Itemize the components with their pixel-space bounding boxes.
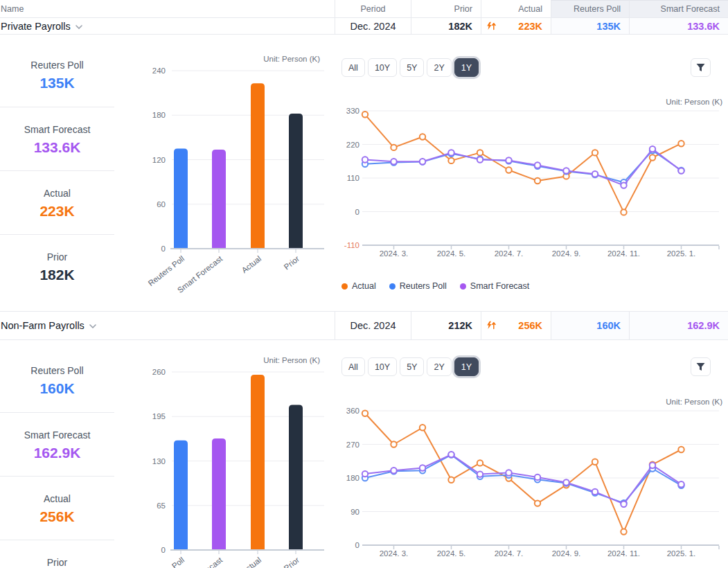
bar-chart-private-payrolls[interactable]: Unit: Person (K)060120180240Reuters Poll… bbox=[139, 35, 332, 296]
svg-text:2024. 5.: 2024. 5. bbox=[437, 249, 466, 258]
private-payrolls-name-dropdown[interactable]: Private Payrolls bbox=[0, 18, 335, 34]
svg-text:2025. 1.: 2025. 1. bbox=[667, 549, 696, 558]
col-header-smart-forecast: Smart Forecast bbox=[629, 0, 728, 17]
filter-button[interactable] bbox=[691, 357, 711, 376]
summary-item: Reuters Poll 135K bbox=[0, 43, 114, 107]
svg-text:220: 220 bbox=[346, 141, 359, 149]
time-range-selector: All 10Y 5Y 2Y 1Y bbox=[341, 58, 481, 77]
svg-text:120: 120 bbox=[152, 156, 166, 164]
summary-item: Actual 256K bbox=[0, 476, 114, 540]
svg-text:0: 0 bbox=[161, 546, 166, 554]
range-button-5y[interactable]: 5Y bbox=[400, 58, 424, 77]
svg-text:360: 360 bbox=[346, 407, 359, 415]
time-range-selector: All 10Y 5Y 2Y 1Y bbox=[341, 357, 481, 376]
summary-item: Prior 212K bbox=[0, 540, 114, 568]
svg-text:180: 180 bbox=[346, 474, 359, 482]
legend-item[interactable]: Smart Forecast bbox=[460, 281, 529, 291]
col-header-actual: Actual bbox=[481, 0, 551, 17]
summary-panel: Reuters Poll 160K Smart Forecast 162.9K … bbox=[0, 348, 114, 568]
flash-up-icon bbox=[486, 321, 496, 330]
summary-item: Smart Forecast 162.9K bbox=[0, 412, 114, 476]
svg-text:2024. 3.: 2024. 3. bbox=[380, 249, 409, 258]
summary-label: Actual bbox=[0, 188, 114, 199]
summary-label: Actual bbox=[0, 493, 114, 504]
range-button-5y[interactable]: 5Y bbox=[400, 357, 424, 376]
summary-value: 256K bbox=[0, 508, 114, 525]
summary-value: 162.9K bbox=[0, 445, 114, 461]
prior-value: 212K bbox=[448, 320, 472, 331]
svg-text:180: 180 bbox=[152, 111, 166, 119]
non-farm-payrolls-name-dropdown[interactable]: Non-Farm Payrolls bbox=[0, 312, 335, 339]
svg-text:65: 65 bbox=[157, 502, 166, 510]
svg-text:110: 110 bbox=[347, 174, 359, 182]
svg-text:0: 0 bbox=[161, 245, 166, 253]
svg-text:2024. 7.: 2024. 7. bbox=[495, 249, 524, 258]
svg-text:Unit: Person (K): Unit: Person (K) bbox=[666, 398, 722, 406]
svg-text:90: 90 bbox=[350, 508, 359, 516]
actual-value: 223K bbox=[518, 21, 542, 32]
summary-item: Prior 182K bbox=[0, 234, 114, 298]
reuters-poll-value: 160K bbox=[596, 320, 621, 331]
summary-label: Prior bbox=[0, 251, 114, 263]
range-button-2y[interactable]: 2Y bbox=[427, 357, 451, 376]
range-button-1y[interactable]: 1Y bbox=[454, 357, 479, 376]
svg-text:Reuters Poll: Reuters Poll bbox=[146, 254, 186, 287]
summary-label: Prior bbox=[0, 557, 114, 568]
svg-text:-110: -110 bbox=[344, 241, 359, 249]
period-value: Dec. 2024 bbox=[350, 21, 396, 32]
legend-item[interactable]: Actual bbox=[341, 281, 376, 291]
reuters-poll-value: 135K bbox=[596, 21, 621, 32]
actual-value: 256K bbox=[518, 320, 542, 331]
svg-text:2025. 1.: 2025. 1. bbox=[667, 249, 696, 258]
range-button-all[interactable]: All bbox=[341, 357, 365, 376]
summary-value: 182K bbox=[0, 267, 114, 283]
svg-text:330: 330 bbox=[346, 107, 359, 115]
filter-button[interactable] bbox=[691, 58, 711, 77]
svg-text:60: 60 bbox=[157, 200, 166, 208]
range-button-10y[interactable]: 10Y bbox=[368, 357, 397, 376]
flash-up-icon bbox=[486, 21, 496, 30]
table-row-non-farm-payrolls: Non-Farm Payrolls Dec. 2024 212K 256K 16… bbox=[0, 311, 728, 340]
svg-text:260: 260 bbox=[152, 368, 166, 376]
svg-text:Prior: Prior bbox=[283, 254, 301, 272]
row-name-label: Non-Farm Payrolls bbox=[1, 320, 85, 331]
legend-dot-icon bbox=[341, 283, 348, 290]
svg-text:240: 240 bbox=[152, 66, 166, 75]
filter-funnel-icon bbox=[696, 363, 705, 371]
svg-text:130: 130 bbox=[152, 457, 166, 465]
range-button-2y[interactable]: 2Y bbox=[427, 58, 451, 77]
summary-item: Reuters Poll 160K bbox=[0, 348, 114, 412]
line-chart-private-payrolls[interactable]: Unit: Person (K)-11001102203302024. 3.20… bbox=[339, 94, 728, 261]
svg-text:2024. 3.: 2024. 3. bbox=[380, 549, 409, 558]
smart-forecast-value: 162.9K bbox=[687, 320, 720, 331]
chevron-down-icon bbox=[89, 324, 96, 328]
legend-dot-icon bbox=[389, 283, 396, 290]
range-button-10y[interactable]: 10Y bbox=[368, 58, 397, 77]
summary-value: 160K bbox=[0, 380, 114, 397]
line-chart-non-farm-payrolls[interactable]: Unit: Person (K)0901802703602024. 3.2024… bbox=[339, 393, 728, 561]
summary-panel: Reuters Poll 135K Smart Forecast 133.6K … bbox=[0, 43, 114, 298]
chevron-down-icon bbox=[76, 25, 82, 29]
summary-label: Reuters Poll bbox=[0, 365, 114, 376]
non-farm-payrolls-section: Reuters Poll 160K Smart Forecast 162.9K … bbox=[0, 340, 728, 567]
summary-item: Actual 223K bbox=[0, 170, 114, 234]
svg-text:Actual: Actual bbox=[240, 556, 263, 568]
summary-value: 135K bbox=[0, 75, 114, 91]
summary-label: Reuters Poll bbox=[0, 60, 114, 71]
summary-label: Smart Forecast bbox=[0, 429, 114, 441]
svg-text:2024. 11.: 2024. 11. bbox=[607, 249, 640, 258]
range-button-all[interactable]: All bbox=[341, 58, 365, 77]
svg-text:2024. 7.: 2024. 7. bbox=[495, 549, 524, 558]
legend-item[interactable]: Reuters Poll bbox=[389, 281, 447, 291]
chart-legend: ActualReuters PollSmart Forecast bbox=[341, 281, 542, 291]
table-header-row: Name Period Prior Actual Reuters Poll Sm… bbox=[0, 0, 728, 18]
bar-chart-non-farm-payrolls[interactable]: Unit: Person (K)065130195260Reuters Poll… bbox=[139, 336, 332, 568]
svg-text:0: 0 bbox=[355, 541, 359, 549]
smart-forecast-value: 133.6K bbox=[687, 21, 720, 32]
svg-text:2024. 9.: 2024. 9. bbox=[552, 249, 581, 258]
svg-text:Prior: Prior bbox=[283, 556, 301, 568]
svg-text:0: 0 bbox=[355, 208, 359, 216]
range-button-1y[interactable]: 1Y bbox=[454, 58, 479, 77]
filter-funnel-icon bbox=[696, 64, 705, 72]
svg-text:Unit: Person (K): Unit: Person (K) bbox=[666, 98, 722, 106]
